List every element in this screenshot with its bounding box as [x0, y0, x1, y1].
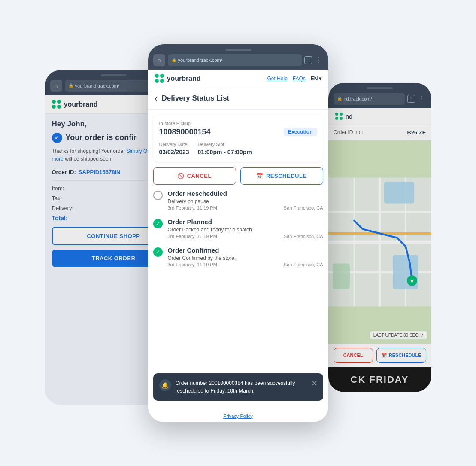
tab-badge-right[interactable]: 1 — [407, 95, 415, 103]
refresh-icon[interactable]: ↺ — [420, 333, 424, 338]
header-links-center: Get Help FAQs EN ▾ — [267, 76, 321, 82]
status-name-confirmed: Order Confirmed — [168, 247, 323, 254]
cancel-button-right[interactable]: CANCEL — [334, 348, 373, 363]
svg-rect-8 — [384, 182, 414, 203]
order-id-label-right: Order ID no : — [334, 129, 363, 135]
status-desc-confirmed: Order Confirmed by the store. — [168, 255, 323, 261]
privacy-policy-link[interactable]: Privacy Policy — [148, 410, 328, 422]
total-label: Total: — [52, 215, 68, 222]
reschedule-label-right: RESCHEDULE — [389, 353, 421, 358]
toast-notification: 🔔 Order number 200100000384 has been suc… — [153, 373, 323, 401]
browser-controls-right: 🔒 nd.track.com/ 1 ⋮ — [334, 93, 426, 105]
logo-dots-center — [155, 74, 164, 83]
logo-dot-r1 — [335, 113, 338, 116]
delivery-slot-value: 01:00pm - 07:00pm — [198, 149, 252, 155]
status-icon-rescheduled — [153, 191, 163, 200]
logo-dots-left — [52, 100, 61, 109]
order-number-row: 100890000154 Execution — [159, 128, 317, 137]
status-item-confirmed: ✓ Order Confirmed Order Confirmed by the… — [153, 247, 323, 267]
url-text-right: nd.track.com/ — [344, 96, 401, 101]
status-name-planned: Order Planned — [168, 218, 323, 225]
cancel-icon: 🚫 — [177, 173, 185, 179]
faqs-link[interactable]: FAQs — [293, 76, 306, 82]
thanks-end: will be shipped soon. — [65, 156, 112, 162]
right-content: Order ID no : B26IZE — [328, 125, 431, 392]
reschedule-button[interactable]: 📅 RESCHEDULE — [240, 167, 323, 185]
right-header: Order ID no : B26IZE — [328, 125, 431, 140]
browser-controls-center: ⌂ 🔒 yourbrand.track.com/ 1 ⋮ — [153, 54, 323, 66]
logo-text-center: yourbrand — [167, 75, 201, 82]
delivery-date-label: Delivery Date — [159, 142, 189, 147]
scene: ⌂ 🔒 yourbrand.track.com/ yourbrand Get — [45, 27, 431, 439]
black-friday-text: CK FRIDAY — [335, 374, 424, 385]
black-friday-banner: CK FRIDAY — [328, 367, 431, 392]
status-body-planned: Order Planned Order Packed and ready for… — [168, 218, 323, 239]
status-meta-planned: 3rd February, 11:19 PM San Francisco, CA — [168, 234, 323, 239]
reschedule-label: RESCHEDULE — [266, 173, 307, 179]
lang-text: EN — [311, 76, 318, 82]
status-location-confirmed: San Francisco, CA — [284, 262, 323, 267]
status-icon-confirmed: ✓ — [153, 247, 163, 257]
more-options-center[interactable]: ⋮ — [315, 56, 323, 64]
cancel-button[interactable]: 🚫 CANCEL — [153, 167, 236, 185]
svg-rect-9 — [333, 263, 350, 289]
last-update-text: LAST UPDATE 30 SEC — [373, 333, 418, 338]
lock-icon-left: 🔒 — [68, 83, 73, 88]
delivery-title: Delivery Status List — [162, 94, 230, 103]
order-id-label: Order ID: — [52, 169, 76, 175]
more-options-right[interactable]: ⋮ — [418, 94, 426, 103]
brand-logo-center: yourbrand — [155, 74, 201, 83]
logo-dot-4 — [57, 105, 61, 109]
tab-badge-center[interactable]: 1 — [304, 56, 312, 64]
map-container: ▼ LAST UPDATE 30 SEC ↺ — [328, 140, 431, 344]
last-update-label: LAST UPDATE 30 SEC ↺ — [370, 331, 427, 339]
pickup-label: In-store Pickup — [159, 121, 317, 126]
phone-right: 🔒 nd.track.com/ 1 ⋮ nd Ord — [328, 83, 431, 392]
logo-dots-right — [335, 113, 343, 120]
check-circle-icon: ✓ — [52, 133, 62, 143]
url-bar-center[interactable]: 🔒 yourbrand.track.com/ — [168, 54, 302, 66]
get-help-link-center[interactable]: Get Help — [267, 76, 287, 82]
logo-dot-c3 — [155, 79, 159, 83]
status-badge: Execution — [284, 128, 317, 136]
home-button-left[interactable]: ⌂ — [50, 80, 62, 92]
logo-dot-c4 — [160, 79, 164, 83]
status-time-planned: 3rd February, 11:19 PM — [168, 234, 217, 239]
delivery-date-col: Delivery Date 03/02/2023 — [159, 142, 189, 156]
status-location-rescheduled: San Francisco, CA — [284, 205, 323, 210]
order-id-value: SAPPID15678IN — [79, 169, 121, 175]
map-svg: ▼ — [328, 140, 431, 344]
delivery-card: In-store Pickup 100890000154 Execution D… — [153, 115, 323, 162]
notch-right — [367, 87, 393, 89]
logo-dot-c2 — [160, 74, 164, 78]
status-body-confirmed: Order Confirmed Order Confirmed by the s… — [168, 247, 323, 267]
status-item-rescheduled: Order Rescheduled Delivery on pause 3rd … — [153, 190, 323, 210]
logo-dot-3 — [52, 105, 56, 109]
app-header-center: yourbrand Get Help FAQs EN ▾ — [148, 70, 328, 88]
lock-icon-center: 🔒 — [171, 58, 176, 62]
back-arrow-button[interactable]: ‹ — [155, 94, 158, 103]
status-meta-confirmed: 3rd February, 11:19 PM San Francisco, CA — [168, 262, 323, 267]
order-number: 100890000154 — [159, 128, 211, 137]
lang-selector[interactable]: EN ▾ — [311, 76, 321, 82]
logo-dot-r2 — [340, 113, 343, 116]
tax-label: Tax: — [52, 195, 62, 201]
cancel-label: CANCEL — [187, 173, 212, 179]
svg-text:▼: ▼ — [409, 277, 415, 284]
status-icon-planned: ✓ — [153, 219, 163, 228]
logo-dot-r3 — [335, 117, 338, 120]
home-button-center[interactable]: ⌂ — [153, 54, 165, 66]
brand-logo-left: yourbrand — [52, 100, 98, 109]
url-bar-right[interactable]: 🔒 nd.track.com/ — [334, 93, 405, 105]
thanks-prefix: Thanks for shopping! Your order — [52, 148, 125, 154]
bell-icon: 🔔 — [159, 379, 171, 391]
order-confirmed-text: Your order is confir — [66, 133, 137, 142]
brand-logo-right: nd — [335, 113, 353, 120]
status-meta-rescheduled: 3rd February, 11:19 PM San Francisco, CA — [168, 205, 323, 210]
lock-icon-right: 🔒 — [337, 96, 342, 101]
order-id-value-right: B26IZE — [407, 129, 426, 136]
right-buttons: CANCEL 📅 RESCHEDULE — [328, 344, 431, 367]
reschedule-button-right[interactable]: 📅 RESCHEDULE — [376, 348, 426, 363]
status-item-planned: ✓ Order Planned Order Packed and ready f… — [153, 218, 323, 239]
toast-close-button[interactable]: ✕ — [312, 379, 317, 387]
